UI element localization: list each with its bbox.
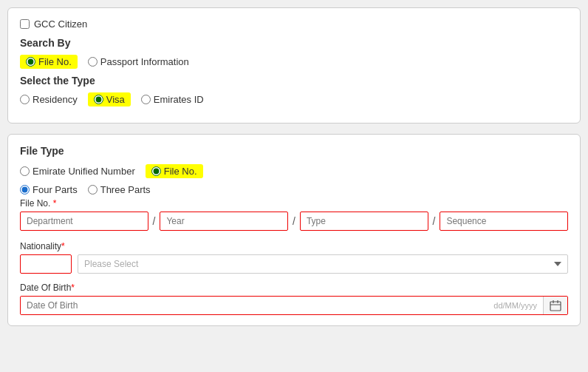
nationality-required: * bbox=[61, 241, 65, 251]
file-no-required: * bbox=[50, 198, 56, 209]
emirate-unified-label[interactable]: Emirate Unified Number bbox=[33, 166, 135, 177]
parts-group: Four Parts Three Parts bbox=[20, 184, 568, 195]
sequence-input[interactable] bbox=[440, 212, 568, 231]
file-no-row-label: File No. * bbox=[20, 198, 568, 209]
type-residency-radio[interactable] bbox=[20, 95, 30, 104]
emirate-unified-radio[interactable] bbox=[20, 166, 30, 176]
search-file-no-label[interactable]: File No. bbox=[38, 56, 72, 67]
search-card: GCC Citizen Search By File No. Passport … bbox=[7, 7, 581, 124]
type-residency-option[interactable]: Residency bbox=[20, 94, 78, 105]
file-no-2-label[interactable]: File No. bbox=[164, 166, 197, 177]
gcc-row: GCC Citizen bbox=[20, 18, 568, 30]
separator-2: / bbox=[288, 215, 300, 227]
type-visa-option[interactable]: Visa bbox=[88, 92, 131, 106]
type-emirates-id-option[interactable]: Emirates ID bbox=[141, 94, 204, 105]
svg-rect-0 bbox=[550, 302, 561, 311]
select-type-group: Residency Visa Emirates ID bbox=[20, 92, 568, 106]
four-parts-option[interactable]: Four Parts bbox=[20, 184, 78, 195]
select-type-label: Select the Type bbox=[20, 75, 568, 87]
dob-format: dd/MM/yyyy bbox=[488, 297, 543, 314]
calendar-icon[interactable] bbox=[543, 297, 567, 314]
department-input[interactable] bbox=[20, 212, 148, 231]
file-type-card: File Type Emirate Unified Number File No… bbox=[7, 134, 581, 326]
dob-required: * bbox=[71, 283, 75, 293]
file-no-2-option[interactable]: File No. bbox=[146, 164, 203, 178]
three-parts-label[interactable]: Three Parts bbox=[100, 184, 151, 195]
search-passport-label[interactable]: Passport Information bbox=[100, 56, 189, 67]
nationality-section: Nationality* Please Select bbox=[20, 241, 568, 274]
separator-3: / bbox=[428, 215, 440, 227]
dob-section: Date Of Birth* dd/MM/yyyy bbox=[20, 283, 568, 315]
search-passport-radio[interactable] bbox=[88, 57, 98, 67]
type-input[interactable] bbox=[300, 212, 428, 231]
file-no-2-radio[interactable] bbox=[151, 166, 161, 176]
four-parts-label[interactable]: Four Parts bbox=[33, 184, 78, 195]
file-inputs-row: / / / bbox=[20, 212, 568, 231]
search-passport-option[interactable]: Passport Information bbox=[88, 56, 189, 67]
four-parts-radio[interactable] bbox=[20, 185, 30, 195]
type-residency-label[interactable]: Residency bbox=[33, 94, 78, 105]
year-input[interactable] bbox=[160, 212, 288, 231]
type-emirates-id-label[interactable]: Emirates ID bbox=[154, 94, 204, 105]
three-parts-radio[interactable] bbox=[88, 185, 98, 195]
nationality-select[interactable]: Please Select bbox=[78, 254, 568, 274]
type-emirates-id-radio[interactable] bbox=[141, 95, 151, 104]
search-by-group: File No. Passport Information bbox=[20, 55, 568, 69]
separator-1: / bbox=[148, 215, 160, 227]
gcc-citizen-checkbox[interactable] bbox=[20, 19, 30, 29]
type-visa-label[interactable]: Visa bbox=[106, 94, 125, 105]
three-parts-option[interactable]: Three Parts bbox=[88, 184, 151, 195]
type-visa-radio[interactable] bbox=[94, 95, 103, 104]
nationality-code-input[interactable] bbox=[20, 254, 72, 274]
emirate-unified-option[interactable]: Emirate Unified Number bbox=[20, 166, 135, 177]
dob-input-row: dd/MM/yyyy bbox=[20, 296, 568, 315]
search-file-no-radio[interactable] bbox=[26, 57, 35, 67]
file-type-title: File Type bbox=[20, 145, 568, 157]
search-by-label: Search By bbox=[20, 37, 568, 49]
dob-label: Date Of Birth* bbox=[20, 283, 568, 293]
gcc-citizen-label[interactable]: GCC Citizen bbox=[34, 18, 87, 30]
file-type-group: Emirate Unified Number File No. bbox=[20, 164, 568, 178]
nationality-label: Nationality* bbox=[20, 241, 568, 251]
nationality-row: Please Select bbox=[20, 254, 568, 274]
dob-input[interactable] bbox=[21, 297, 488, 314]
search-file-no-option[interactable]: File No. bbox=[20, 55, 78, 69]
